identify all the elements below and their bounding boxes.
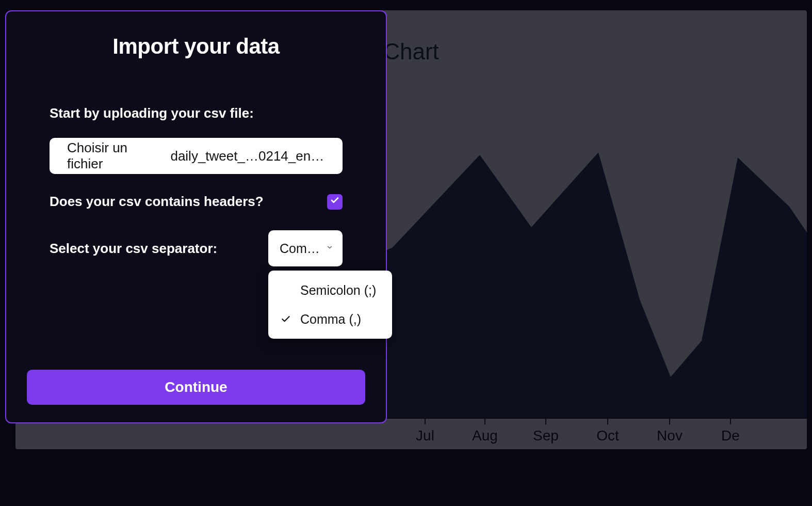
continue-button-label: Continue [165,379,227,396]
dropdown-option-semicolon[interactable]: Semicolon (;) [268,276,392,305]
headers-label: Does your csv contains headers? [50,194,264,210]
dropdown-option-label: Comma (,) [300,312,361,327]
dropdown-option-comma[interactable]: Comma (,) [268,305,392,334]
headers-checkbox[interactable] [327,194,343,210]
select-current-value: Com… [280,241,320,256]
modal-title: Import your data [27,34,365,59]
separator-label: Select your csv separator: [50,241,217,257]
upload-label: Start by uploading your csv file: [50,105,343,121]
separator-dropdown: Semicolon (;) Comma (,) [268,271,392,339]
file-input[interactable]: Choisir un fichier daily_tweet_…0214_en.… [50,138,343,174]
import-data-modal: Import your data Start by uploading your… [5,10,387,423]
chevron-down-icon [326,244,333,253]
check-icon [330,196,339,208]
continue-button[interactable]: Continue [27,370,365,405]
file-choose-button-label: Choisir un fichier [67,140,161,172]
check-icon [280,314,292,324]
selected-file-name: daily_tweet_…0214_en.csv [170,148,325,164]
separator-select[interactable]: Com… Semicolon (;) Comma [268,230,343,266]
dropdown-option-label: Semicolon (;) [300,283,376,298]
